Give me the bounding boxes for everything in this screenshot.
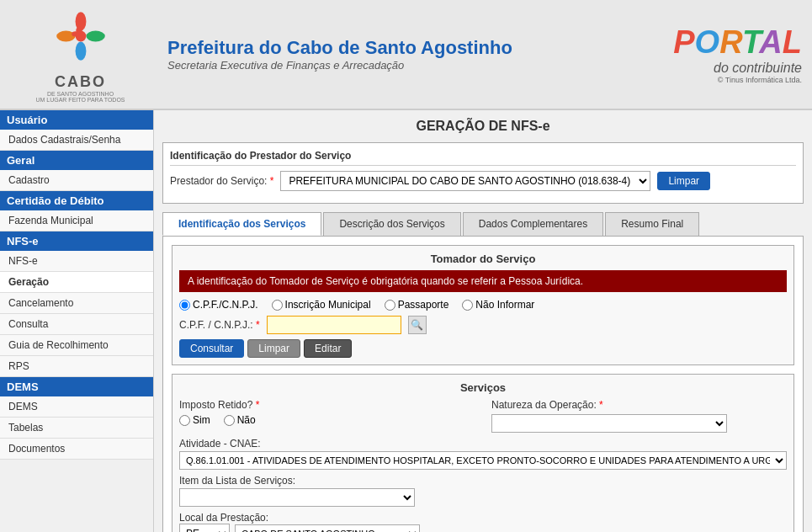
tabs-bar: Identificação dos Serviços Descrição dos…: [162, 212, 804, 237]
imposto-col: Imposto Retido? * Sim Não: [179, 399, 475, 433]
local-label: Local da Prestação:: [179, 512, 787, 524]
item-select[interactable]: [179, 488, 415, 507]
prestador-label: Prestador do Serviço: *: [170, 175, 273, 187]
portal-logo: PORTAL: [634, 24, 802, 61]
radio-inscricao-input[interactable]: [272, 300, 283, 311]
atividade-row: Atividade - CNAE: Q.86.1.01.001 - ATIVID…: [179, 438, 787, 470]
sidebar-section-dems: DEMS: [0, 377, 153, 396]
local-row: Local da Prestação: PE CABO DE SANTO AGO…: [179, 512, 787, 532]
servicos-title: Serviços: [179, 381, 787, 394]
radio-cpf-cnpj[interactable]: C.P.F./C.N.P.J.: [179, 299, 258, 311]
sidebar-section-usuario: Usuário: [0, 110, 153, 130]
sidebar-item-consulta[interactable]: Consulta: [0, 314, 153, 335]
sidebar-item-guia-recolhimento[interactable]: Guia de Recolhimento: [0, 335, 153, 356]
radio-cpf-cnpj-input[interactable]: [179, 300, 190, 311]
sidebar-item-documentos[interactable]: Documentos: [0, 439, 153, 460]
sidebar-section-geral: Geral: [0, 151, 153, 170]
radio-nao-input[interactable]: [224, 415, 235, 426]
prestador-field-row: Prestador do Serviço: * PREFEITURA MUNIC…: [170, 171, 796, 191]
sidebar-item-rps[interactable]: RPS: [0, 356, 153, 377]
radio-nao[interactable]: Não: [224, 414, 256, 426]
item-label: Item da Lista de Serviços:: [179, 475, 787, 487]
header-center: Prefeitura do Cabo de Santo Agostinho Se…: [151, 37, 634, 72]
servicos-section: Serviços Imposto Retido? * Sim: [172, 374, 794, 532]
servicos-top-row: Imposto Retido? * Sim Não: [179, 399, 787, 433]
sidebar-item-cancelamento[interactable]: Cancelamento NFS-e - Geração: [0, 293, 153, 314]
radio-passaporte-input[interactable]: [385, 300, 395, 311]
prestador-section: Identificação do Prestador do Serviço Pr…: [162, 142, 804, 204]
local-cidade-select[interactable]: CABO DE SANTO AGOSTINHO: [235, 524, 420, 532]
tab-descricao[interactable]: Descrição dos Serviços: [323, 212, 460, 236]
editar-button[interactable]: Editar: [304, 339, 352, 358]
cpf-search-button[interactable]: 🔍: [408, 316, 427, 334]
portal-copy: © Tinus Informática Ltda.: [634, 76, 802, 84]
logo-subtext: DE SANTO AGOSTINHO: [47, 91, 114, 97]
item-row: Item da Lista de Serviços:: [179, 475, 787, 507]
header: CABO DE SANTO AGOSTINHO UM LUGAR FEITO P…: [0, 0, 812, 110]
tomador-alert: A identificação do Tomador de Serviço é …: [179, 270, 787, 292]
logo-subtext2: UM LUGAR FEITO PARA TODOS: [35, 97, 125, 103]
sidebar: Usuário Dados Cadastrais/Senha Geral Cad…: [0, 110, 154, 532]
portal-sub: do contribuinte: [634, 61, 802, 76]
header-portal: PORTAL do contribuinte © Tinus Informáti…: [634, 24, 802, 84]
sidebar-section-certidao: Certidão de Débito: [0, 191, 153, 210]
prestador-required: *: [270, 175, 274, 187]
radio-sim[interactable]: Sim: [179, 414, 210, 426]
svg-point-4: [75, 31, 86, 42]
tomador-section: Tomador do Serviço A identificação do To…: [172, 245, 794, 365]
tomador-limpar-button[interactable]: Limpar: [247, 339, 300, 358]
main-layout: Usuário Dados Cadastrais/Senha Geral Cad…: [0, 110, 812, 532]
sidebar-item-geracao[interactable]: Geração: [0, 272, 153, 293]
consultar-button[interactable]: Consultar: [179, 339, 244, 358]
svg-point-2: [75, 41, 86, 60]
prestador-select[interactable]: PREFEITURA MUNICIPAL DO CABO DE SANTO AG…: [280, 171, 650, 191]
local-uf-select[interactable]: PE: [179, 524, 230, 532]
cpf-label: C.P.F. / C.N.P.J.: *: [179, 319, 260, 331]
radio-inscricao[interactable]: Inscrição Municipal: [272, 299, 371, 311]
header-subtitle: Secretaria Executiva de Finanças e Arrec…: [167, 59, 634, 72]
radio-sim-input[interactable]: [179, 415, 190, 426]
sidebar-item-fazenda-municipal[interactable]: Fazenda Municipal: [0, 210, 153, 231]
sidebar-item-cadastro[interactable]: Cadastro: [0, 170, 153, 191]
logo-text: CABO: [55, 73, 106, 91]
local-selects-row: PE CABO DE SANTO AGOSTINHO: [179, 524, 787, 532]
tomador-btn-row: Consultar Limpar Editar: [179, 339, 787, 358]
content-area: GERAÇÃO DE NFS-e Identificação do Presta…: [154, 110, 812, 532]
sidebar-item-tabelas[interactable]: Tabelas: [0, 418, 153, 439]
tab-resumo-final[interactable]: Resumo Final: [605, 212, 699, 236]
sidebar-item-dems[interactable]: DEMS: [0, 396, 153, 418]
tab-content: Tomador do Serviço A identificação do To…: [162, 237, 804, 532]
natureza-col: Natureza da Operação: *: [491, 399, 787, 433]
natureza-label: Natureza da Operação: *: [491, 399, 787, 411]
svg-point-1: [86, 31, 104, 42]
atividade-label: Atividade - CNAE:: [179, 438, 787, 450]
page-title: GERAÇÃO DE NFS-e: [162, 119, 804, 134]
cpf-field-row: C.P.F. / C.N.P.J.: * 🔍: [179, 316, 787, 334]
natureza-select[interactable]: [491, 414, 727, 433]
radio-nao-informar-input[interactable]: [462, 300, 473, 311]
logo-area: CABO DE SANTO AGOSTINHO UM LUGAR FEITO P…: [10, 6, 151, 103]
tomador-title: Tomador do Serviço: [179, 253, 787, 265]
imposto-label: Imposto Retido? *: [179, 399, 475, 411]
radio-passaporte[interactable]: Passaporte: [385, 299, 449, 311]
sidebar-section-nfse: NFS-e: [0, 231, 153, 251]
tab-dados-complementares[interactable]: Dados Complementares: [463, 212, 603, 236]
imposto-radio-group: Sim Não: [179, 414, 475, 426]
tomador-radio-group: C.P.F./C.N.P.J. Inscrição Municipal Pass…: [179, 299, 787, 311]
radio-nao-informar[interactable]: Não Informar: [462, 299, 534, 311]
cpf-input[interactable]: [267, 316, 401, 334]
sidebar-item-nfse[interactable]: NFS-e: [0, 251, 153, 272]
tab-identificacao[interactable]: Identificação dos Serviços: [162, 212, 321, 236]
prestador-limpar-button[interactable]: Limpar: [657, 172, 710, 190]
atividade-select[interactable]: Q.86.1.01.001 - ATIVIDADES DE ATENDIMENT…: [179, 451, 787, 470]
header-title: Prefeitura do Cabo de Santo Agostinho: [167, 37, 634, 59]
cabo-logo-icon: [47, 6, 114, 73]
prestador-legend: Identificação do Prestador do Serviço: [170, 150, 796, 166]
sidebar-item-dados-cadastrais[interactable]: Dados Cadastrais/Senha: [0, 130, 153, 151]
